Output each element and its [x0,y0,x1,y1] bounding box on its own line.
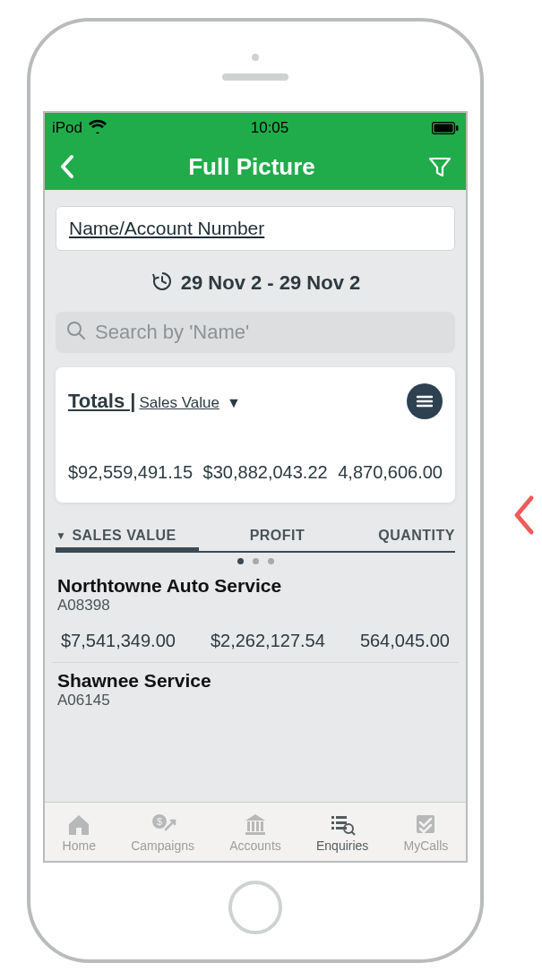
phone-frame: iPod 10:05 Full Picture Name/Account Num… [27,18,484,963]
svg-rect-17 [331,821,334,824]
svg-line-4 [79,333,84,339]
totals-profit: $30,882,043.22 [203,462,328,483]
totals-sales-value: $92,559,491.15 [68,462,193,483]
pager-dot-1[interactable] [237,558,244,564]
device-label: iPod [52,119,82,137]
nav-bar: Full Picture [45,143,466,190]
row-quantity: 564,045.00 [360,631,450,651]
row-profit: $2,262,127.54 [211,631,325,651]
svg-rect-2 [456,125,459,131]
svg-rect-1 [434,125,452,133]
svg-line-22 [351,831,355,835]
list-item[interactable]: Shawnee Service A06145 [52,663,459,720]
back-button[interactable] [57,153,77,180]
search-box[interactable] [56,312,455,353]
search-input[interactable] [95,321,444,344]
svg-rect-15 [331,816,334,819]
earpiece-dot [252,54,259,61]
totals-title: Totals | [68,390,135,413]
svg-rect-18 [336,821,347,824]
tab-enquiries[interactable]: Enquiries [316,812,368,853]
row-name: Northtowne Auto Service [57,575,453,597]
status-time: 10:05 [251,119,289,137]
status-left: iPod [52,119,108,138]
row-name: Shawnee Service [57,670,453,692]
svg-rect-11 [252,821,254,831]
totals-quantity: 4,870,606.00 [338,462,443,483]
tab-accounts[interactable]: Accounts [229,812,281,853]
column-sales-value[interactable]: ▼ SALES VALUE [56,528,176,544]
column-profit[interactable]: PROFIT [250,528,305,544]
totals-card: Totals | Sales Value ▼ $92,559,491.15 $3… [56,367,455,503]
filter-button[interactable] [426,153,453,180]
caret-down-icon: ▼ [227,395,241,411]
pager-dot-2[interactable] [253,558,259,564]
column-quantity[interactable]: QUANTITY [378,528,455,544]
svg-rect-10 [247,821,250,831]
home-hardware-button[interactable] [228,881,282,934]
page-title: Full Picture [188,153,315,181]
svg-rect-16 [336,816,347,819]
row-account: A06145 [57,692,453,709]
pager-dot-3[interactable] [268,558,274,564]
totals-menu-button[interactable] [407,383,443,419]
column-sales-value-label: SALES VALUE [72,528,176,544]
totals-sort-field: Sales Value [139,394,219,412]
svg-rect-13 [261,821,263,831]
chevron-left-icon[interactable] [508,493,538,541]
totals-sort-selector[interactable]: Totals | Sales Value ▼ [68,390,241,413]
results-list: Northtowne Auto Service A08398 $7,541,34… [52,568,459,720]
search-icon [66,321,86,344]
row-sales-value: $7,541,349.00 [61,631,176,651]
active-column-underline [56,547,199,553]
content-area: Name/Account Number 29 Nov 2 - 29 Nov 2 … [45,190,466,802]
tab-campaigns-label: Campaigns [131,838,194,853]
name-account-field[interactable]: Name/Account Number [56,206,455,251]
tab-accounts-label: Accounts [229,838,281,853]
tab-campaigns[interactable]: $ Campaigns [131,812,194,853]
list-item[interactable]: Northtowne Auto Service A08398 $7,541,34… [52,568,459,663]
sort-descending-icon: ▼ [56,529,66,542]
pager-dots [45,558,466,564]
row-account: A08398 [57,597,453,615]
svg-text:$: $ [157,816,162,827]
status-bar: iPod 10:05 [45,113,466,143]
svg-rect-12 [256,821,259,831]
tab-enquiries-label: Enquiries [316,838,368,853]
svg-rect-19 [331,827,334,830]
svg-rect-14 [245,832,265,835]
battery-icon [432,122,459,134]
screen: iPod 10:05 Full Picture Name/Account Num… [43,111,468,863]
tab-mycalls[interactable]: MyCalls [404,812,449,853]
tab-mycalls-label: MyCalls [404,838,449,853]
tab-home[interactable]: Home [63,812,96,853]
wifi-icon [88,119,108,138]
history-icon [151,271,172,296]
earpiece-bar [222,73,288,81]
date-range-row[interactable]: 29 Nov 2 - 29 Nov 2 [45,271,466,296]
date-range-text: 29 Nov 2 - 29 Nov 2 [181,271,361,295]
tab-home-label: Home [63,838,96,853]
tab-bar: Home $ Campaigns Accounts Enquiries [45,802,466,861]
column-tabs: ▼ SALES VALUE PROFIT QUANTITY [56,528,455,553]
